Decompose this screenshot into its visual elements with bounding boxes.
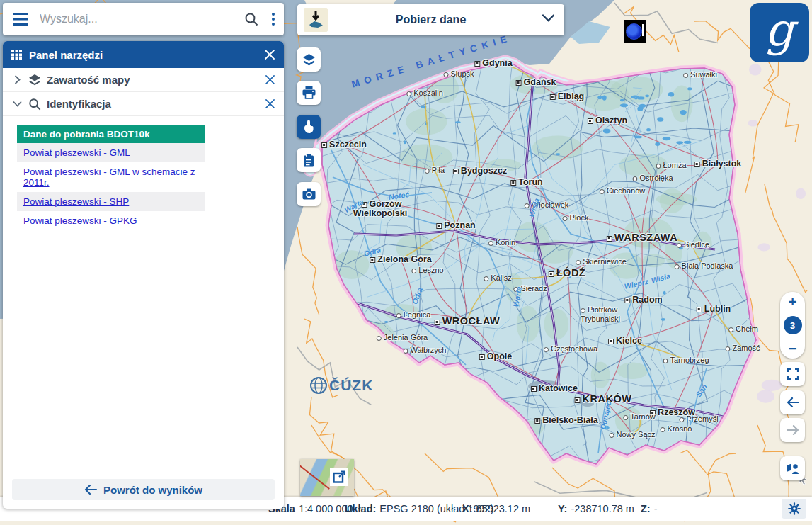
download-link-row: Powiat pleszewski - SHP <box>17 192 205 211</box>
download-data-bar[interactable]: Pobierz dane <box>297 4 564 35</box>
minimap-road <box>300 462 330 490</box>
gear-icon <box>788 502 801 515</box>
touch-identify-icon <box>302 120 315 134</box>
download-link[interactable]: Powiat pleszewski - GPKG <box>23 215 137 226</box>
results-header: Dane do pobrania BDOT10k <box>17 125 205 143</box>
zoom-control: + 3 − <box>780 292 805 359</box>
cuzk-watermark: ČÚZK <box>309 376 373 395</box>
download-data-icon <box>304 8 328 32</box>
download-link-row: Powiat pleszewski - GML <box>17 143 205 162</box>
history-forward-button[interactable] <box>780 418 805 442</box>
arrow-right-icon <box>787 425 799 435</box>
camera-tool-button[interactable] <box>297 182 321 206</box>
download-link-row: Powiat pleszewski - GPKG <box>17 211 205 230</box>
download-data-label: Pobierz dane <box>297 13 564 26</box>
grid-icon <box>11 50 22 60</box>
printer-icon <box>302 86 316 99</box>
menu-icon[interactable] <box>13 13 28 26</box>
arrow-left-icon <box>84 485 97 495</box>
clipboard-icon <box>303 154 314 167</box>
print-tool-button[interactable] <box>297 81 321 105</box>
download-link-row: Powiat pleszewski - GML w schemacie z 20… <box>17 162 205 192</box>
map-marker-icon <box>624 20 646 43</box>
back-to-results-button[interactable]: Powrót do wyników <box>12 479 275 500</box>
identify-tool-button[interactable] <box>297 115 321 139</box>
layers-icon <box>28 74 41 86</box>
download-links: Powiat pleszewski - GMLPowiat pleszewski… <box>17 143 284 230</box>
layers-icon <box>302 54 316 66</box>
search-input[interactable] <box>38 12 238 26</box>
globe-icon <box>309 376 328 395</box>
more-options-icon[interactable] <box>271 12 275 26</box>
fullscreen-button[interactable] <box>780 362 805 386</box>
section-label: Zawartość mapy <box>47 74 256 86</box>
close-panel-icon[interactable] <box>256 50 284 60</box>
panel-section-identification[interactable]: Identyfikacja <box>3 92 284 116</box>
close-section-icon[interactable] <box>256 99 284 108</box>
geoportal-logo[interactable]: g <box>750 3 809 62</box>
open-external-icon <box>333 470 345 483</box>
fullscreen-icon <box>787 368 799 380</box>
person-flag-icon <box>786 463 799 475</box>
search-bar <box>3 3 284 35</box>
settings-button[interactable] <box>782 499 806 519</box>
overview-minimap[interactable] <box>300 459 354 496</box>
close-section-icon[interactable] <box>256 75 284 84</box>
camera-icon <box>302 188 316 200</box>
zoom-level-badge: 3 <box>784 316 802 334</box>
chevron-right-icon[interactable] <box>11 75 23 84</box>
search-icon[interactable] <box>244 12 258 26</box>
logo-letter: g <box>765 7 794 52</box>
panel-section-map-contents[interactable]: Zawartość mapy <box>3 68 284 92</box>
layers-tool-button[interactable] <box>297 47 321 72</box>
tools-panel-header: Panel narzędzi <box>3 41 284 68</box>
zoom-out-button[interactable]: − <box>789 343 797 354</box>
panel-title: Panel narzędzi <box>29 49 256 61</box>
z-coordinate-readout: Z:- <box>641 503 658 514</box>
panel-sections: Zawartość mapyIdentyfikacja <box>3 68 284 116</box>
x-coordinate-readout: X:65923.12 m <box>462 503 530 514</box>
panel-footer: Powrót do wyników <box>3 473 284 509</box>
expand-minimap-button[interactable] <box>330 468 348 486</box>
download-link[interactable]: Powiat pleszewski - SHP <box>23 196 129 207</box>
zoom-in-button[interactable]: + <box>789 296 797 307</box>
y-coordinate-readout: Y:-238710.78 m <box>558 503 634 514</box>
tools-panel: Panel narzędzi Zawartość mapyIdentyfikac… <box>3 41 284 509</box>
chevron-down-icon[interactable] <box>11 101 23 107</box>
identification-results: Dane do pobrania BDOT10k Powiat pleszews… <box>3 116 284 473</box>
history-back-button[interactable] <box>780 390 805 414</box>
feedback-button[interactable] <box>780 456 805 480</box>
arrow-left-icon <box>787 397 799 407</box>
clipboard-tool-button[interactable] <box>297 148 321 172</box>
download-link[interactable]: Powiat pleszewski - GML w schemacie z 20… <box>23 166 195 188</box>
magnifier-icon <box>28 98 41 111</box>
section-label: Identyfikacja <box>47 98 256 110</box>
download-link[interactable]: Powiat pleszewski - GML <box>23 147 130 158</box>
chevron-down-icon <box>542 14 554 22</box>
